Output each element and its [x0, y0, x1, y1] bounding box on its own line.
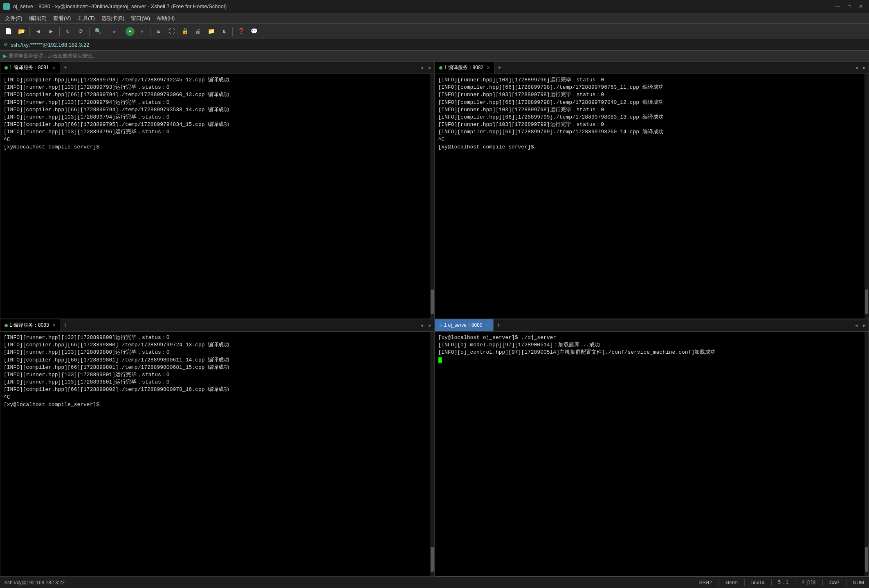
tab-label-4: 1 oj_serve：8080 [444, 322, 483, 329]
tab-add-1[interactable]: + [60, 62, 71, 74]
tab-close-3[interactable]: ✕ [52, 323, 56, 328]
title-bar: oj_serve：8080 - xy@localhost:~/OnlineJud… [0, 0, 869, 13]
sep5 [123, 27, 123, 36]
terminal-pane-3: 1 编译服务：8083 ✕ + ◀ ▶ [INFO][runner.hpp][1… [0, 319, 435, 577]
refresh2-btn[interactable]: ⟳ [75, 26, 87, 37]
sep6 [150, 27, 150, 36]
connect-btn[interactable]: ⚡ [136, 26, 148, 37]
tab-pane1[interactable]: 1 编译服务：8081 ✕ [0, 62, 60, 74]
close-button[interactable]: ✕ [856, 2, 866, 11]
ssh-icon: 🖥 [3, 42, 8, 48]
tab-dot-2 [439, 66, 442, 70]
info-bar: ▶ 要添加当前会话，点击左侧的箭头按钮。 [0, 51, 869, 61]
chat-btn[interactable]: 💬 [248, 26, 260, 37]
menu-bar: 文件(F) 编辑(E) 查看(V) 工具(T) 选项卡(B) 窗口(W) 帮助(… [0, 13, 869, 24]
menu-edit[interactable]: 编辑(E) [26, 13, 50, 23]
status-div1 [719, 579, 719, 586]
menu-window[interactable]: 窗口(W) [128, 13, 153, 23]
transfer-btn[interactable]: ⇅ [218, 26, 230, 37]
tab-label-1: 1 编译服务：8081 [9, 64, 49, 71]
sep1 [29, 27, 30, 36]
menu-file[interactable]: 文件(F) [2, 13, 26, 23]
scrollbar-thumb-4[interactable] [865, 547, 868, 572]
minimize-button[interactable]: — [833, 2, 843, 11]
tab-close-1[interactable]: ✕ [52, 65, 56, 70]
status-cap: CAP [829, 580, 840, 586]
status-term: xterm [725, 580, 738, 586]
tab-next-2[interactable]: ▶ [860, 62, 869, 74]
status-pos: 5，1 [778, 579, 788, 586]
terminal-content-4[interactable]: [xy@localhost oj_server]$ ./oj_server [I… [435, 332, 869, 576]
scrollbar-4[interactable] [865, 332, 869, 576]
status-sessions: 4 会话 [802, 579, 816, 586]
open-btn[interactable]: 📂 [16, 26, 27, 37]
tab-strip-1: 1 编译服务：8081 ✕ + ◀ ▶ [0, 62, 434, 74]
info-icon: ▶ [3, 53, 7, 59]
scrollbar-3[interactable] [430, 332, 434, 576]
scrollbar-thumb-1[interactable] [431, 290, 434, 314]
tab-nav-3: ◀ ▶ [418, 319, 434, 331]
layout-btn[interactable]: ⊞ [153, 26, 164, 37]
app-icon [3, 3, 10, 10]
terminal-pane-2: 1 编译服务：8082 ✕ + ◀ ▶ [INFO][runner.hpp][1… [435, 61, 869, 319]
tab-label-2: 1 编译服务：8082 [444, 64, 484, 71]
compose-btn[interactable]: ✏ [109, 26, 120, 37]
tab-prev-1[interactable]: ◀ [418, 62, 426, 74]
status-num: NUM [853, 580, 864, 586]
new-session-btn[interactable]: 📄 [2, 26, 14, 37]
tab-nav-1: ◀ ▶ [418, 62, 434, 74]
tab-close-4[interactable]: ✕ [486, 323, 489, 328]
tab-dot-4 [439, 324, 442, 327]
folder-btn[interactable]: 📁 [205, 26, 217, 37]
menu-tools[interactable]: 工具(T) [74, 13, 98, 23]
window-title: oj_serve：8080 - xy@localhost:~/OnlineJud… [13, 3, 227, 10]
tab-pane3[interactable]: 1 编译服务：8083 ✕ [0, 319, 60, 331]
scrollbar-1[interactable] [430, 74, 434, 319]
sep2 [59, 27, 60, 36]
tab-add-3[interactable]: + [60, 319, 71, 331]
status-address: ssh://xy@192.168.182.3:22 [5, 580, 65, 586]
scrollbar-thumb-3[interactable] [431, 547, 434, 572]
tab-pane4[interactable]: 1 oj_serve：8080 ✕ [435, 319, 494, 331]
tab-prev-4[interactable]: ◀ [852, 319, 860, 331]
menu-help[interactable]: 帮助(H) [153, 13, 178, 23]
tab-prev-2[interactable]: ◀ [852, 62, 860, 74]
terminal-content-3[interactable]: [INFO][runner.hpp][103][1728899800]运行完毕，… [0, 332, 434, 576]
info-text: 要添加当前会话，点击左侧的箭头按钮。 [9, 52, 97, 59]
toolbar: 📄 📂 ◀ ▶ ↻ ⟳ 🔍 ✏ ● ⚡ ⊞ ⛶ 🔒 🖨 📁 ⇅ ❓ 💬 [0, 24, 869, 39]
forward-btn[interactable]: ▶ [45, 26, 57, 37]
status-div2 [744, 579, 745, 586]
lock-btn[interactable]: 🔒 [179, 26, 191, 37]
menu-tabs[interactable]: 选项卡(B) [98, 13, 128, 23]
tab-dot-3 [4, 324, 8, 327]
tab-strip-3: 1 编译服务：8083 ✕ + ◀ ▶ [0, 319, 434, 332]
terminal-pane-4: 1 oj_serve：8080 ✕ + ◀ ▶ [xy@localhost oj… [435, 319, 869, 577]
tab-add-2[interactable]: + [494, 62, 505, 74]
tab-strip-2: 1 编译服务：8082 ✕ + ◀ ▶ [435, 62, 869, 74]
address-bar: 🖥 ssh://xy:******@192.168.182.3:22 [0, 39, 869, 51]
maximize-button[interactable]: □ [844, 2, 854, 11]
print-btn[interactable]: 🖨 [192, 26, 204, 37]
status-size: 56x14 [751, 580, 765, 586]
tab-prev-3[interactable]: ◀ [418, 319, 426, 331]
tab-next-3[interactable]: ▶ [426, 319, 434, 331]
sep3 [89, 27, 90, 36]
fullscreen-btn[interactable]: ⛶ [166, 26, 177, 37]
terminal-content-2[interactable]: [INFO][runner.hpp][103][1728899796]运行完毕，… [435, 74, 869, 319]
tab-next-4[interactable]: ▶ [860, 319, 869, 331]
terminal-content-1[interactable]: [INFO][compiler.hpp][66][1728899793]./te… [0, 74, 434, 319]
status-ssh: SSH2 [699, 580, 712, 586]
address-text: ssh://xy:******@192.168.182.3:22 [11, 42, 89, 48]
status-div3 [771, 579, 772, 586]
tab-next-1[interactable]: ▶ [426, 62, 434, 74]
scrollbar-2[interactable] [865, 74, 869, 319]
menu-view[interactable]: 查看(V) [50, 13, 74, 23]
tab-pane2[interactable]: 1 编译服务：8082 ✕ [435, 62, 495, 74]
back-btn[interactable]: ◀ [32, 26, 44, 37]
refresh-btn[interactable]: ↻ [62, 26, 74, 37]
tab-add-4[interactable]: + [494, 319, 504, 331]
scrollbar-thumb-2[interactable] [865, 290, 868, 314]
help-btn[interactable]: ❓ [235, 26, 247, 37]
tab-close-2[interactable]: ✕ [487, 65, 490, 70]
search-btn[interactable]: 🔍 [92, 26, 103, 37]
